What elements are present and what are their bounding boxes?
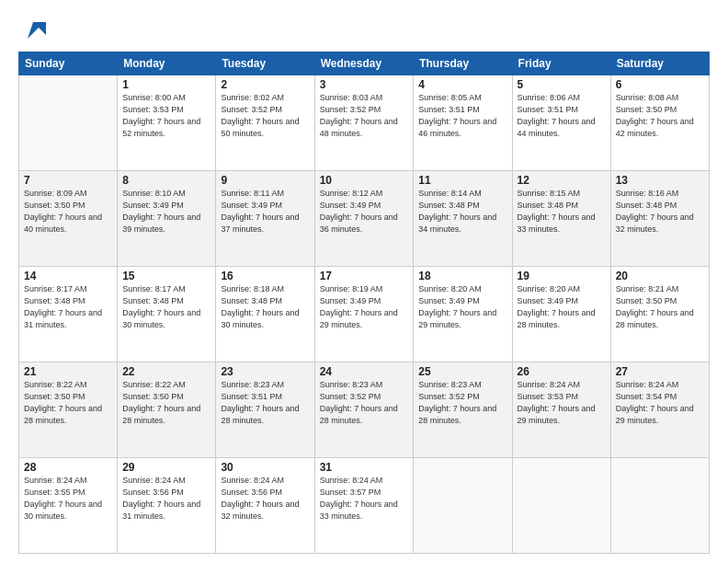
weekday-header-cell: Friday [512,52,610,75]
calendar-week-row: 7Sunrise: 8:09 AMSunset: 3:50 PMDaylight… [19,171,710,267]
sunrise-label: Sunrise: 8:24 AM [518,380,581,389]
sunrise-label: Sunrise: 8:06 AM [518,93,581,102]
sunset-label: Sunset: 3:48 PM [518,201,579,210]
svg-marker-0 [28,22,46,39]
sunrise-label: Sunrise: 8:24 AM [320,476,383,485]
sunrise-label: Sunrise: 8:09 AM [24,189,87,198]
day-info: Sunrise: 8:15 AMSunset: 3:48 PMDaylight:… [518,188,606,236]
day-number: 26 [518,365,606,378]
daylight-label: Daylight: 7 hours and 28 minutes. [122,404,200,425]
daylight-label: Daylight: 7 hours and 48 minutes. [320,117,398,138]
calendar-day-cell: 17Sunrise: 8:19 AMSunset: 3:49 PMDayligh… [314,267,414,362]
day-number: 22 [122,365,210,378]
sunrise-label: Sunrise: 8:12 AM [320,189,383,198]
calendar-day-cell: 18Sunrise: 8:20 AMSunset: 3:49 PMDayligh… [414,267,512,362]
calendar-week-row: 1Sunrise: 8:00 AMSunset: 3:53 PMDaylight… [19,75,710,171]
day-number: 16 [221,270,309,282]
day-number: 31 [320,461,409,474]
daylight-label: Daylight: 7 hours and 28 minutes. [616,308,694,329]
day-info: Sunrise: 8:22 AMSunset: 3:50 PMDaylight:… [24,379,112,427]
calendar-day-cell: 2Sunrise: 8:02 AMSunset: 3:52 PMDaylight… [216,75,314,171]
weekday-header-cell: Wednesday [314,52,414,75]
sunrise-label: Sunrise: 8:24 AM [122,476,186,485]
sunrise-label: Sunrise: 8:22 AM [24,380,87,389]
calendar-day-cell: 25Sunrise: 8:23 AMSunset: 3:52 PMDayligh… [414,362,512,458]
day-info: Sunrise: 8:23 AMSunset: 3:51 PMDaylight:… [221,379,309,427]
sunset-label: Sunset: 3:50 PM [24,392,85,401]
daylight-label: Daylight: 7 hours and 37 minutes. [221,213,299,234]
sunset-label: Sunset: 3:48 PM [221,296,282,305]
day-info: Sunrise: 8:17 AMSunset: 3:48 PMDaylight:… [24,283,112,331]
daylight-label: Daylight: 7 hours and 40 minutes. [24,213,102,234]
sunset-label: Sunset: 3:48 PM [616,201,677,210]
sunrise-label: Sunrise: 8:02 AM [221,93,284,102]
day-info: Sunrise: 8:11 AMSunset: 3:49 PMDaylight:… [221,188,309,236]
sunset-label: Sunset: 3:56 PM [122,488,184,497]
day-info: Sunrise: 8:24 AMSunset: 3:53 PMDaylight:… [518,379,606,427]
sunset-label: Sunset: 3:57 PM [320,488,381,497]
sunrise-label: Sunrise: 8:22 AM [122,380,186,389]
daylight-label: Daylight: 7 hours and 44 minutes. [518,117,596,138]
sunrise-label: Sunrise: 8:16 AM [616,189,679,198]
sunrise-label: Sunrise: 8:21 AM [616,284,679,293]
sunset-label: Sunset: 3:50 PM [616,105,677,114]
sunrise-label: Sunrise: 8:20 AM [418,284,482,293]
daylight-label: Daylight: 7 hours and 33 minutes. [320,500,398,521]
page: SundayMondayTuesdayWednesdayThursdayFrid… [0,0,728,563]
calendar-day-cell: 23Sunrise: 8:23 AMSunset: 3:51 PMDayligh… [216,362,314,458]
day-number: 28 [24,461,112,474]
day-number: 15 [122,270,210,282]
day-info: Sunrise: 8:08 AMSunset: 3:50 PMDaylight:… [616,92,704,140]
day-number: 7 [24,174,112,187]
calendar-day-cell: 5Sunrise: 8:06 AMSunset: 3:51 PMDaylight… [512,75,610,171]
calendar-day-cell: 24Sunrise: 8:23 AMSunset: 3:52 PMDayligh… [314,362,414,458]
day-info: Sunrise: 8:17 AMSunset: 3:48 PMDaylight:… [122,283,210,331]
calendar-day-cell: 16Sunrise: 8:18 AMSunset: 3:48 PMDayligh… [216,267,314,362]
daylight-label: Daylight: 7 hours and 30 minutes. [24,500,102,521]
day-number: 29 [122,461,210,474]
day-number: 2 [221,78,309,91]
daylight-label: Daylight: 7 hours and 28 minutes. [518,308,596,329]
day-number: 1 [122,78,210,91]
day-number: 20 [616,270,704,282]
daylight-label: Daylight: 7 hours and 32 minutes. [221,500,299,521]
day-info: Sunrise: 8:24 AMSunset: 3:56 PMDaylight:… [122,475,210,523]
day-number: 11 [418,174,506,187]
calendar-week-row: 14Sunrise: 8:17 AMSunset: 3:48 PMDayligh… [19,267,710,362]
calendar-day-cell [610,458,709,554]
calendar-day-cell: 6Sunrise: 8:08 AMSunset: 3:50 PMDaylight… [610,75,709,171]
day-info: Sunrise: 8:21 AMSunset: 3:50 PMDaylight:… [616,283,704,331]
day-number: 30 [221,461,309,474]
day-info: Sunrise: 8:20 AMSunset: 3:49 PMDaylight:… [518,283,606,331]
sunrise-label: Sunrise: 8:19 AM [320,284,383,293]
day-number: 13 [616,174,704,187]
logo [18,18,46,44]
calendar-day-cell [512,458,610,554]
day-number: 23 [221,365,309,378]
day-number: 24 [320,365,409,378]
sunset-label: Sunset: 3:52 PM [221,105,282,114]
daylight-label: Daylight: 7 hours and 32 minutes. [616,213,694,234]
day-info: Sunrise: 8:16 AMSunset: 3:48 PMDaylight:… [616,188,704,236]
sunset-label: Sunset: 3:56 PM [221,488,282,497]
calendar-day-cell [414,458,512,554]
day-number: 10 [320,174,409,187]
weekday-header-row: SundayMondayTuesdayWednesdayThursdayFrid… [19,52,710,75]
weekday-header-cell: Sunday [19,52,118,75]
logo-icon [20,18,46,44]
day-info: Sunrise: 8:12 AMSunset: 3:49 PMDaylight:… [320,188,409,236]
daylight-label: Daylight: 7 hours and 34 minutes. [418,213,496,234]
daylight-label: Daylight: 7 hours and 31 minutes. [24,308,102,329]
day-info: Sunrise: 8:22 AMSunset: 3:50 PMDaylight:… [122,379,210,427]
calendar-day-cell: 9Sunrise: 8:11 AMSunset: 3:49 PMDaylight… [216,171,314,267]
calendar-day-cell: 3Sunrise: 8:03 AMSunset: 3:52 PMDaylight… [314,75,414,171]
day-info: Sunrise: 8:23 AMSunset: 3:52 PMDaylight:… [418,379,506,427]
calendar-day-cell: 20Sunrise: 8:21 AMSunset: 3:50 PMDayligh… [610,267,709,362]
day-number: 19 [518,270,606,282]
sunrise-label: Sunrise: 8:17 AM [24,284,87,293]
sunrise-label: Sunrise: 8:05 AM [418,93,482,102]
day-info: Sunrise: 8:02 AMSunset: 3:52 PMDaylight:… [221,92,309,140]
sunset-label: Sunset: 3:49 PM [320,201,381,210]
sunrise-label: Sunrise: 8:17 AM [122,284,186,293]
sunrise-label: Sunrise: 8:14 AM [418,189,482,198]
